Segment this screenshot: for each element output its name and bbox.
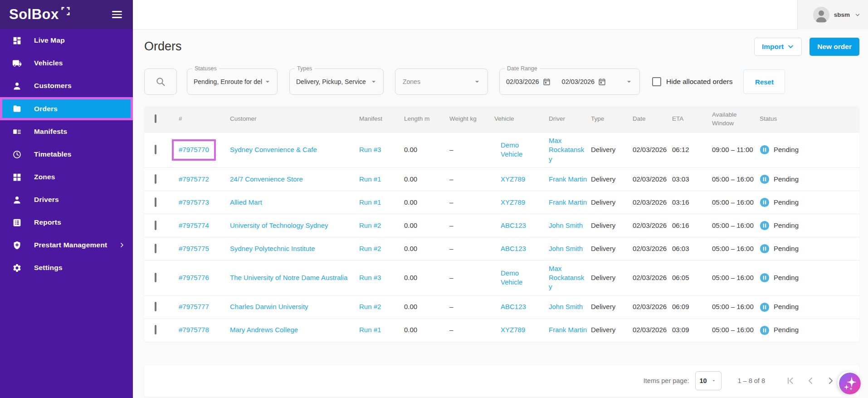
sidebar-item-drivers[interactable]: Drivers (0, 188, 133, 211)
status-cell: Pending (760, 273, 859, 283)
calendar-from-icon[interactable] (542, 78, 551, 86)
user-chevron-down-icon (854, 12, 861, 18)
sidebar-item-manifests[interactable]: Manifests (0, 120, 133, 143)
manifest-link[interactable]: Run #1 (359, 198, 381, 206)
order-number-link[interactable]: #7975777 (179, 303, 209, 310)
types-filter[interactable]: Types Delivery, Pickup, Service (289, 69, 384, 95)
first-page-button[interactable] (784, 375, 796, 387)
customer-link[interactable]: University of Technology Sydney (230, 221, 328, 229)
customer-cell: 24/7 Convenience Store (225, 175, 359, 184)
date-range-filter[interactable]: Date Range 02/03/2026 02/03/2026 (499, 69, 640, 95)
driver-link[interactable]: John Smith (549, 245, 583, 252)
weight-cell: – (449, 325, 494, 334)
import-button[interactable]: Import (754, 38, 802, 56)
vehicle-link[interactable]: Demo Vehicle (501, 141, 522, 158)
sidebar-item-prestart-management[interactable]: Prestart Management (0, 234, 133, 256)
calendar-to-icon[interactable] (598, 78, 606, 86)
menu-toggle-icon[interactable] (112, 9, 122, 20)
driver-link[interactable]: John Smith (549, 303, 583, 310)
vehicle-link[interactable]: XYZ789 (501, 198, 525, 206)
driver-link[interactable]: Frank Martin (549, 198, 587, 206)
order-number-link[interactable]: #7975775 (179, 245, 209, 252)
row-checkbox[interactable] (155, 325, 156, 334)
ai-assistant-button[interactable] (838, 371, 859, 393)
manifest-link[interactable]: Run #2 (359, 221, 381, 229)
vehicle-link[interactable]: ABC123 (501, 221, 526, 229)
row-checkbox[interactable] (155, 244, 156, 253)
driver-link[interactable]: Frank Martin (549, 326, 587, 334)
customer-link[interactable]: Charles Darwin University (230, 303, 308, 310)
row-checkbox[interactable] (155, 302, 156, 311)
customer-link[interactable]: Allied Mart (230, 198, 262, 206)
row-checkbox-cell (144, 145, 171, 154)
driver-link[interactable]: John Smith (549, 221, 583, 229)
customer-link[interactable]: Sydney Polytechnic Institute (230, 245, 315, 252)
driver-link[interactable]: Max Rockatansky (549, 265, 584, 291)
sidebar-item-label: Zones (34, 173, 55, 181)
sidebar-item-reports[interactable]: Reports (0, 211, 133, 234)
manifest-link[interactable]: Run #2 (359, 245, 381, 252)
driver-link[interactable]: Max Rockatansky (549, 137, 584, 163)
row-checkbox[interactable] (155, 145, 156, 154)
row-checkbox-cell (144, 221, 171, 230)
order-number-link[interactable]: #7975778 (179, 326, 209, 334)
manifest-link[interactable]: Run #1 (359, 326, 381, 334)
types-filter-value: Delivery, Pickup, Service (296, 78, 366, 85)
sidebar-item-orders[interactable]: Orders (2, 99, 131, 118)
date-from-input[interactable]: 02/03/2026 (506, 78, 539, 85)
vehicle-link[interactable]: ABC123 (501, 245, 526, 252)
status-cell: Pending (760, 197, 859, 207)
date-to-input[interactable]: 02/03/2026 (562, 78, 595, 85)
new-order-button[interactable]: New order (809, 38, 859, 56)
row-checkbox[interactable] (155, 273, 156, 282)
manifest-link[interactable]: Run #3 (359, 274, 381, 281)
logo-brackets-icon (61, 7, 70, 15)
sidebar-item-vehicles[interactable]: Vehicles (0, 52, 133, 74)
vehicle-link[interactable]: XYZ789 (501, 326, 525, 334)
order-number-link[interactable]: #7975773 (179, 198, 209, 206)
manifest-link[interactable]: Run #2 (359, 303, 381, 310)
reset-button[interactable]: Reset (743, 69, 785, 94)
order-row-7975776: #7975776The University of Notre Dame Aus… (144, 260, 859, 295)
customer-link[interactable]: Mary Andrews College (230, 326, 298, 334)
manifest-link[interactable]: Run #3 (359, 146, 381, 153)
hide-allocated-toggle[interactable]: Hide allocated orders (652, 77, 732, 86)
row-checkbox[interactable] (155, 174, 156, 184)
customer-link[interactable]: The University of Notre Dame Australia (230, 274, 347, 281)
customer-link[interactable]: 24/7 Convenience Store (230, 175, 303, 183)
sidebar-item-live-map[interactable]: Live Map (0, 29, 133, 52)
customer-link[interactable]: Sydney Convenience & Cafe (230, 146, 317, 153)
search-button[interactable] (144, 69, 177, 95)
row-checkbox[interactable] (155, 197, 156, 207)
manifest-link[interactable]: Run #1 (359, 175, 381, 183)
vehicle-link[interactable]: Demo Vehicle (501, 269, 522, 286)
order-number-link[interactable]: #7975776 (179, 274, 209, 281)
vehicle-link[interactable]: XYZ789 (501, 175, 525, 183)
order-number-link[interactable]: #7975772 (179, 175, 209, 183)
row-checkbox[interactable] (155, 221, 156, 230)
vehicle-link[interactable]: ABC123 (501, 303, 526, 310)
solbox-logo[interactable]: SolBox (9, 6, 70, 23)
order-number-link[interactable]: #7975770 (179, 146, 209, 153)
sidebar-item-zones[interactable]: Zones (0, 166, 133, 188)
driver-link[interactable]: Frank Martin (549, 175, 587, 183)
date-range-label: Date Range (505, 65, 540, 72)
vehicle-cell: XYZ789 (494, 198, 549, 207)
status-badge: Pending (774, 198, 799, 207)
order-number-link[interactable]: #7975774 (179, 221, 209, 229)
hide-allocated-checkbox[interactable] (652, 77, 661, 86)
statuses-filter[interactable]: Statuses Pending, Enroute for del... (187, 69, 278, 95)
previous-page-button[interactable] (805, 375, 816, 387)
next-page-button[interactable] (825, 375, 837, 387)
sidebar-item-timetables[interactable]: Timetables (0, 143, 133, 166)
avatar (813, 7, 829, 23)
user-menu[interactable]: sbsm (797, 0, 868, 29)
items-per-page-select[interactable]: 10 (695, 371, 722, 390)
username: sbsm (834, 11, 850, 18)
vehicle-cell: ABC123 (494, 221, 549, 230)
sidebar-item-settings[interactable]: Settings (0, 256, 133, 279)
customers-icon (12, 81, 22, 91)
sidebar-item-customers[interactable]: Customers (0, 74, 133, 97)
select-all-checkbox[interactable] (155, 114, 156, 123)
zones-filter[interactable]: Zones (395, 69, 488, 95)
